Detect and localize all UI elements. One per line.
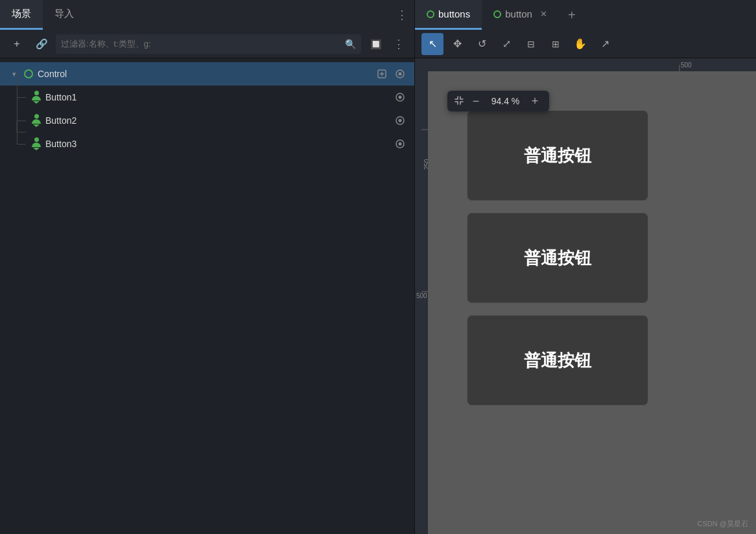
add-node-button[interactable]: +	[6, 34, 27, 54]
scale-icon: ⤢	[502, 38, 511, 50]
zoom-collapse-button[interactable]	[454, 95, 464, 108]
canvas-button-3[interactable]: 普通按钮	[467, 315, 648, 406]
arrows-in-svg	[454, 95, 464, 106]
link-icon: 🔗	[36, 38, 48, 50]
tool-arrow[interactable]: ↗	[594, 33, 616, 55]
button1-label: Button1	[45, 92, 392, 102]
button3-visibility-icon[interactable]	[392, 136, 408, 152]
tree-children: Button1	[0, 86, 414, 156]
control-visibility-icon[interactable]	[392, 66, 408, 82]
link-button[interactable]: 🔗	[31, 34, 52, 54]
arrow-icon: ↗	[601, 38, 609, 50]
editor-toolbar: ↖ ✥ ↺ ⤢ ⊟ ⊞ ✋ ↗	[415, 30, 756, 58]
canvas-button-2-label: 普通按钮	[524, 247, 591, 270]
tab-scene-label: 场景	[12, 8, 31, 20]
tab-scene[interactable]: 场景	[0, 0, 43, 30]
left-panel: + 🔗 🔍 🔲 ⋮ ▾ Contr	[0, 30, 415, 534]
tab-add-button[interactable]: +	[559, 0, 585, 30]
scene-tree: ▾ Control	[0, 58, 414, 534]
button1-visibility-icon[interactable]	[392, 89, 408, 105]
canvas-button-3-label: 普通按钮	[524, 349, 591, 372]
tab-buttons[interactable]: buttons	[415, 0, 482, 30]
person-icon-2	[32, 114, 41, 127]
toolbar-more-button[interactable]: ⋮	[390, 35, 408, 53]
eye-svg-1	[395, 92, 405, 102]
anchor-icon: ⊟	[527, 39, 535, 49]
filter-search-icon: 🔍	[345, 39, 356, 49]
tab-buttons-label: buttons	[438, 8, 470, 19]
more-icon: ⋮	[393, 37, 405, 51]
tab-button-label: button	[505, 8, 532, 19]
svg-text:250: 250	[423, 159, 429, 170]
tree-indent-1	[0, 86, 30, 109]
select-icon: ↖	[429, 38, 437, 50]
right-tabs: buttons button ✕ +	[415, 0, 756, 30]
tree-indent-3	[0, 132, 30, 156]
canvas-button-1[interactable]: 普通按钮	[467, 110, 648, 201]
ruler-top: 500	[428, 58, 756, 71]
tree-item-control[interactable]: ▾ Control	[0, 62, 414, 86]
left-tabs: 场景 导入 ⋮	[0, 0, 415, 30]
tab-buttons-dot	[427, 10, 434, 18]
canvas-content: 普通按钮 普通按钮 普通按钮	[467, 110, 648, 406]
zoom-plus-button[interactable]: +	[527, 93, 543, 109]
tree-item-button3[interactable]: Button3	[0, 132, 414, 156]
button1-node-icon	[30, 91, 43, 104]
svg-text:500: 500	[681, 62, 692, 69]
eye-svg-3	[395, 139, 405, 149]
top-tab-bar: 场景 导入 ⋮ buttons button ✕ +	[0, 0, 756, 30]
hand-icon: ✋	[574, 38, 587, 50]
scene-toolbar: + 🔗 🔍 🔲 ⋮	[0, 30, 414, 58]
tool-anchor[interactable]: ⊟	[520, 33, 542, 55]
snap-icon: ⊞	[552, 39, 560, 49]
eye-svg	[395, 69, 405, 79]
svg-point-4	[399, 96, 402, 99]
add-icon: +	[14, 38, 19, 50]
tab-button-close[interactable]: ✕	[540, 10, 547, 18]
canvas-background[interactable]: − 94.4 % + 普通按钮 普通按钮 普通按钮	[428, 71, 756, 534]
person-icon-3	[32, 137, 41, 150]
svg-text:500: 500	[416, 292, 427, 299]
left-tab-more[interactable]: ⋮	[396, 8, 408, 22]
branch-svg	[377, 69, 386, 78]
node-circle	[24, 69, 33, 78]
tool-hand[interactable]: ✋	[569, 33, 591, 55]
tree-item-button2[interactable]: Button2	[0, 109, 414, 132]
tree-expand-icon[interactable]: ▾	[6, 70, 22, 78]
zoom-minus-button[interactable]: −	[468, 93, 484, 109]
watermark-text: CSDN @昊星石	[698, 520, 748, 528]
svg-point-2	[399, 73, 402, 76]
tool-select[interactable]: ↖	[421, 33, 443, 55]
tab-button-dot	[493, 10, 501, 18]
tool-rotate[interactable]: ↺	[471, 33, 493, 55]
zoom-value-display: 94.4 %	[488, 96, 523, 106]
tree-branch-icon[interactable]	[374, 66, 390, 82]
main-content: + 🔗 🔍 🔲 ⋮ ▾ Contr	[0, 30, 756, 534]
button3-label: Button3	[45, 139, 392, 149]
zoom-control: − 94.4 % +	[447, 91, 549, 111]
button2-label: Button2	[45, 115, 392, 126]
right-panel: ↖ ✥ ↺ ⤢ ⊟ ⊞ ✋ ↗	[415, 30, 756, 534]
tree-line-svg-3	[0, 121, 30, 144]
tool-move[interactable]: ✥	[446, 33, 468, 55]
eye-svg-2	[395, 115, 405, 126]
ruler-left-svg: 250 500	[415, 71, 428, 534]
button2-visibility-icon[interactable]	[392, 113, 408, 128]
control-node-icon	[22, 67, 35, 80]
tab-import[interactable]: 导入	[43, 0, 86, 30]
watermark: CSDN @昊星石	[698, 519, 748, 529]
tab-button[interactable]: button ✕	[482, 0, 559, 30]
scene-toggle-button[interactable]: 🔲	[365, 34, 386, 54]
canvas-button-2[interactable]: 普通按钮	[467, 213, 648, 303]
move-icon: ✥	[453, 38, 462, 50]
svg-point-10	[399, 143, 402, 146]
tool-scale[interactable]: ⤢	[495, 33, 517, 55]
tree-item-button1[interactable]: Button1	[0, 86, 414, 109]
canvas-area: 500 250 500	[415, 58, 756, 534]
filter-input[interactable]	[61, 39, 345, 49]
filter-input-wrap[interactable]: 🔍	[56, 34, 361, 54]
ruler-left: 250 500	[415, 71, 428, 534]
ruler-corner	[415, 58, 428, 71]
scene-toggle-icon: 🔲	[370, 39, 381, 49]
tool-snap[interactable]: ⊞	[545, 33, 567, 55]
